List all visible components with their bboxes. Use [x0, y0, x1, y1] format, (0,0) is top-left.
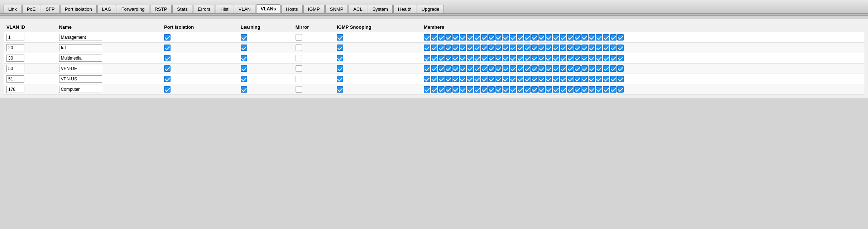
member-checkbox[interactable] — [445, 45, 452, 51]
member-checkbox[interactable] — [431, 65, 437, 72]
member-checkbox[interactable] — [460, 45, 466, 51]
member-checkbox[interactable] — [438, 34, 445, 41]
member-checkbox[interactable] — [460, 65, 466, 72]
mirror-checkbox[interactable] — [296, 45, 302, 51]
mirror-checkbox[interactable] — [296, 86, 302, 93]
member-checkbox[interactable] — [546, 76, 552, 82]
port-isolation-checkbox[interactable] — [164, 76, 171, 82]
member-checkbox[interactable] — [538, 86, 545, 93]
member-checkbox[interactable] — [517, 45, 523, 51]
learning-checkbox[interactable] — [241, 34, 247, 41]
member-checkbox[interactable] — [589, 45, 595, 51]
member-checkbox[interactable] — [560, 86, 566, 93]
member-checkbox[interactable] — [567, 55, 574, 61]
member-checkbox[interactable] — [438, 45, 445, 51]
nav-tab-system[interactable]: System — [368, 5, 393, 13]
member-checkbox[interactable] — [617, 55, 624, 61]
member-checkbox[interactable] — [488, 76, 495, 82]
member-checkbox[interactable] — [424, 86, 430, 93]
member-checkbox[interactable] — [488, 65, 495, 72]
member-checkbox[interactable] — [481, 55, 488, 61]
member-checkbox[interactable] — [567, 65, 574, 72]
member-checkbox[interactable] — [503, 34, 509, 41]
member-checkbox[interactable] — [581, 86, 588, 93]
member-checkbox[interactable] — [531, 65, 538, 72]
member-checkbox[interactable] — [503, 45, 509, 51]
nav-tab-poe[interactable]: PoE — [22, 5, 40, 13]
member-checkbox[interactable] — [460, 55, 466, 61]
member-checkbox[interactable] — [495, 65, 502, 72]
member-checkbox[interactable] — [531, 55, 538, 61]
member-checkbox[interactable] — [546, 34, 552, 41]
igmp-snooping-checkbox[interactable] — [337, 55, 343, 61]
member-checkbox[interactable] — [589, 86, 595, 93]
member-checkbox[interactable] — [424, 34, 430, 41]
mirror-checkbox[interactable] — [296, 76, 302, 82]
vlan-name-input[interactable] — [59, 65, 102, 72]
member-checkbox[interactable] — [567, 45, 574, 51]
member-checkbox[interactable] — [574, 65, 581, 72]
learning-checkbox[interactable] — [241, 55, 247, 61]
member-checkbox[interactable] — [438, 86, 445, 93]
port-isolation-checkbox[interactable] — [164, 45, 171, 51]
nav-tab-vlan[interactable]: VLAN — [234, 5, 255, 13]
member-checkbox[interactable] — [589, 76, 595, 82]
igmp-snooping-checkbox[interactable] — [337, 45, 343, 51]
member-checkbox[interactable] — [589, 65, 595, 72]
member-checkbox[interactable] — [531, 34, 538, 41]
member-checkbox[interactable] — [510, 86, 516, 93]
member-checkbox[interactable] — [553, 55, 559, 61]
member-checkbox[interactable] — [596, 45, 602, 51]
member-checkbox[interactable] — [546, 86, 552, 93]
vlan-name-input[interactable] — [59, 75, 102, 83]
nav-tab-health[interactable]: Health — [393, 5, 416, 13]
member-checkbox[interactable] — [603, 65, 609, 72]
member-checkbox[interactable] — [424, 45, 430, 51]
member-checkbox[interactable] — [431, 34, 437, 41]
member-checkbox[interactable] — [553, 34, 559, 41]
port-isolation-checkbox[interactable] — [164, 65, 171, 72]
member-checkbox[interactable] — [517, 76, 523, 82]
member-checkbox[interactable] — [617, 86, 624, 93]
learning-checkbox[interactable] — [241, 76, 247, 82]
mirror-checkbox[interactable] — [296, 65, 302, 72]
member-checkbox[interactable] — [495, 34, 502, 41]
vlan-id-input[interactable] — [6, 44, 24, 51]
member-checkbox[interactable] — [517, 55, 523, 61]
nav-tab-acl[interactable]: ACL — [349, 5, 367, 13]
nav-tab-snmp[interactable]: SNMP — [325, 5, 348, 13]
member-checkbox[interactable] — [538, 55, 545, 61]
nav-tab-hosts[interactable]: Hosts — [281, 5, 302, 13]
member-checkbox[interactable] — [603, 34, 609, 41]
nav-tab-stats[interactable]: Stats — [172, 5, 192, 13]
member-checkbox[interactable] — [553, 76, 559, 82]
member-checkbox[interactable] — [581, 65, 588, 72]
vlan-id-input[interactable] — [6, 65, 24, 72]
member-checkbox[interactable] — [488, 34, 495, 41]
member-checkbox[interactable] — [581, 34, 588, 41]
member-checkbox[interactable] — [546, 65, 552, 72]
member-checkbox[interactable] — [474, 76, 480, 82]
vlan-id-input[interactable] — [6, 55, 24, 62]
member-checkbox[interactable] — [424, 76, 430, 82]
member-checkbox[interactable] — [510, 76, 516, 82]
nav-tab-sfp[interactable]: SFP — [41, 5, 59, 13]
member-checkbox[interactable] — [431, 86, 437, 93]
member-checkbox[interactable] — [503, 86, 509, 93]
member-checkbox[interactable] — [510, 34, 516, 41]
nav-tab-upgrade[interactable]: Upgrade — [417, 5, 444, 13]
member-checkbox[interactable] — [481, 34, 488, 41]
learning-checkbox[interactable] — [241, 86, 247, 93]
member-checkbox[interactable] — [603, 76, 609, 82]
member-checkbox[interactable] — [538, 34, 545, 41]
member-checkbox[interactable] — [567, 86, 574, 93]
igmp-snooping-checkbox[interactable] — [337, 65, 343, 72]
member-checkbox[interactable] — [596, 55, 602, 61]
member-checkbox[interactable] — [445, 65, 452, 72]
nav-tab-link[interactable]: Link — [4, 5, 21, 13]
member-checkbox[interactable] — [474, 34, 480, 41]
member-checkbox[interactable] — [546, 55, 552, 61]
nav-tab-forwarding[interactable]: Forwarding — [117, 5, 149, 13]
member-checkbox[interactable] — [610, 34, 617, 41]
member-checkbox[interactable] — [574, 86, 581, 93]
